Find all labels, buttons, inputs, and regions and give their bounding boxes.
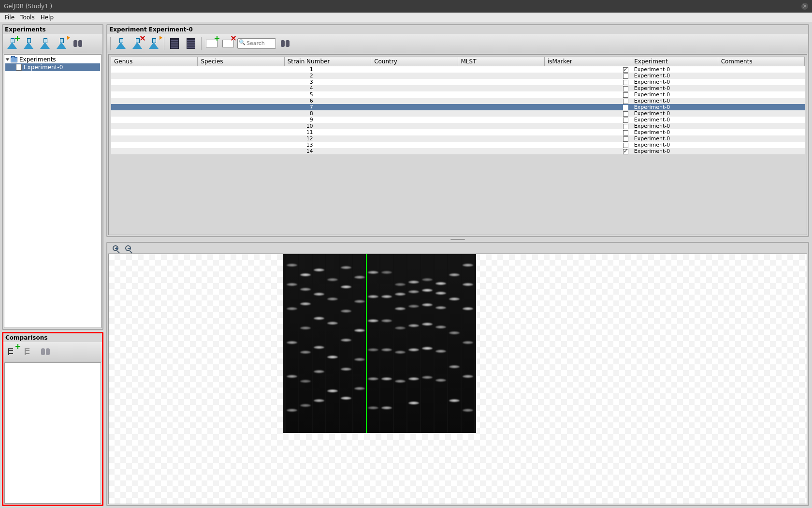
ismarker-checkbox[interactable] [623,111,628,117]
remove-card-button[interactable] [221,36,235,51]
column-header[interactable]: Species [198,57,284,66]
comparisons-panel: Comparisons [2,332,103,506]
ismarker-checkbox[interactable] [623,99,628,104]
table-row[interactable]: 6Experiment-0 [111,98,805,104]
experiment-detail-title: Experiment Experiment-0 [107,25,808,34]
experiment-detail-toolbar [107,34,808,53]
ismarker-checkbox[interactable] [623,74,628,79]
horizontal-splitter[interactable] [106,238,809,241]
ismarker-checkbox[interactable] [623,67,628,73]
ismarker-checkbox[interactable] [623,80,628,85]
ismarker-checkbox[interactable] [623,86,628,91]
experiments-toolbar [3,34,102,53]
ismarker-checkbox[interactable] [623,136,628,142]
gel-viewer-panel: + − [106,242,809,506]
strain-table[interactable]: GenusSpeciesStrain NumberCountryMLSTisMa… [111,57,805,154]
tree-item-label: Experiment-0 [24,64,63,71]
table-row[interactable]: 8Experiment-0 [111,110,805,117]
find-comparison-button[interactable] [38,344,53,359]
table-row[interactable]: 5Experiment-0 [111,91,805,98]
column-header[interactable]: Country [371,57,458,66]
add-card-button[interactable] [204,36,219,51]
find-experiment-button[interactable] [71,36,85,51]
column-header[interactable]: MLST [458,57,544,66]
table-row[interactable]: 4Experiment-0 [111,85,805,91]
gel-button-2[interactable] [184,36,198,51]
ismarker-checkbox[interactable] [623,118,628,123]
gel-viewport[interactable] [108,254,807,504]
edit-flask-button[interactable] [114,36,128,51]
ismarker-checkbox[interactable] [623,105,628,110]
expand-icon[interactable] [6,59,10,61]
experiments-panel: Experiments Experiments [2,24,103,330]
file-icon [16,64,22,71]
zoom-toolbar: + − [107,243,808,254]
table-row[interactable]: 10Experiment-0 [111,123,805,129]
column-header[interactable]: isMarker [544,57,631,66]
flask-button-2[interactable] [21,36,36,51]
zoom-in-button[interactable]: + [110,244,121,253]
ismarker-checkbox[interactable] [623,149,628,154]
search-button[interactable] [278,36,292,51]
table-container: GenusSpeciesStrain NumberCountryMLSTisMa… [108,54,807,235]
search-input[interactable] [237,38,276,49]
column-header[interactable]: Strain Number [284,57,371,66]
menubar: File Tools Help [0,13,812,22]
menu-help[interactable]: Help [38,13,57,22]
experiments-tree[interactable]: Experiments Experiment-0 [4,54,102,328]
flask-action-button[interactable] [146,36,161,51]
folder-icon [11,57,17,62]
table-row[interactable]: 12Experiment-0 [111,135,805,142]
tree-root-row[interactable]: Experiments [5,56,100,63]
ismarker-checkbox[interactable] [623,92,628,98]
delete-flask-button[interactable] [130,36,145,51]
window-titlebar: GelJDB (Study1 ) [0,0,812,13]
comparisons-title: Comparisons [3,333,102,342]
experiments-title: Experiments [3,25,102,34]
gel-edit-button[interactable] [167,36,182,51]
ismarker-checkbox[interactable] [623,124,628,129]
table-row[interactable]: 2Experiment-0 [111,73,805,79]
comparisons-list[interactable] [4,362,101,504]
tree-item-experiment-0[interactable]: Experiment-0 [5,63,100,71]
column-header[interactable]: Experiment [631,57,718,66]
table-row[interactable]: 11Experiment-0 [111,129,805,135]
table-row[interactable]: 7Experiment-0 [111,104,805,110]
menu-file[interactable]: File [2,13,17,22]
search-wrap [237,38,276,49]
tree-root-label: Experiments [19,56,56,63]
close-icon[interactable] [801,3,808,10]
flask-button-3[interactable] [38,36,52,51]
new-experiment-button[interactable] [5,36,19,51]
ismarker-checkbox[interactable] [623,143,628,148]
table-row[interactable]: 9Experiment-0 [111,117,805,123]
table-row[interactable]: 13Experiment-0 [111,142,805,148]
ismarker-checkbox[interactable] [623,130,628,135]
window-title: GelJDB (Study1 ) [4,3,52,10]
column-header[interactable]: Genus [111,57,198,66]
zoom-out-button[interactable]: − [123,244,133,253]
flask-export-button[interactable] [54,36,69,51]
menu-tools[interactable]: Tools [17,13,38,22]
comparisons-toolbar [3,342,102,361]
table-row[interactable]: 14Experiment-0 [111,148,805,154]
new-comparison-button[interactable] [5,344,20,359]
comparison-button-2[interactable] [22,344,36,359]
table-row[interactable]: 3Experiment-0 [111,79,805,85]
table-row[interactable]: 1Experiment-0 [111,66,805,73]
experiment-detail-panel: Experiment Experiment-0 [106,24,809,237]
gel-image [283,254,476,433]
column-header[interactable]: Comments [718,57,804,66]
